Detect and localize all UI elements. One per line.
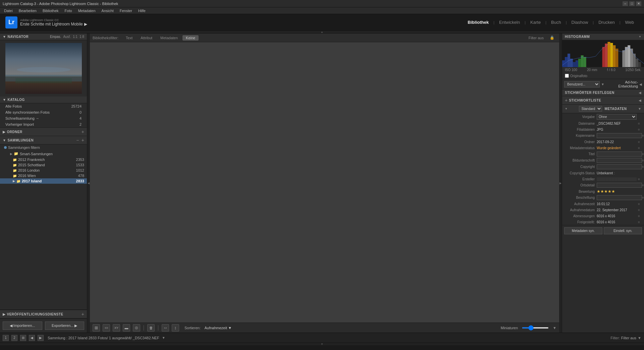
- folders-add-button[interactable]: +: [82, 129, 84, 134]
- zoom-1to1[interactable]: 1:1: [73, 35, 77, 39]
- meta-titel-icon[interactable]: ≡: [642, 152, 644, 156]
- zoom-1to8[interactable]: 1:8: [79, 35, 84, 39]
- meta-kopienname-icon[interactable]: ≡: [642, 134, 644, 137]
- module-entwickeln[interactable]: Entwickeln: [494, 18, 525, 26]
- menu-bearbeiten[interactable]: Bearbeiten: [16, 8, 39, 13]
- top-collapse-handle[interactable]: ▲: [0, 31, 644, 34]
- rotate-button[interactable]: ↔: [162, 324, 169, 332]
- miniature-size-slider[interactable]: [522, 327, 549, 329]
- film-page2[interactable]: 2: [11, 335, 17, 341]
- collections-filter-item[interactable]: Sammlungen filtern: [0, 144, 87, 151]
- filter-keine-button[interactable]: Keine: [182, 35, 199, 41]
- metadaten-syn-button[interactable]: Metadaten syn.: [564, 227, 602, 234]
- catalog-alle-fotos[interactable]: Alle Fotos 25724: [0, 103, 87, 109]
- film-filter-value[interactable]: Filter aus: [621, 336, 636, 340]
- meta-ortsdetail-icon[interactable]: ≡: [642, 183, 644, 187]
- maximize-button[interactable]: □: [629, 1, 635, 6]
- meta-beschriftung-input[interactable]: [597, 195, 642, 200]
- module-bibliothek[interactable]: Bibliothek: [463, 18, 493, 26]
- film-page1[interactable]: 1: [3, 335, 9, 341]
- film-info-arrow[interactable]: ▼: [162, 336, 165, 340]
- meta-ortsdetail-input[interactable]: [597, 183, 642, 188]
- meta-aufnahmedatum-icon[interactable]: ≡: [637, 208, 641, 212]
- rotate2-button[interactable]: ↕: [172, 324, 179, 332]
- module-web[interactable]: Web: [621, 18, 639, 26]
- filter-text-button[interactable]: Text: [122, 35, 136, 41]
- catalog-header[interactable]: ▼ Katalog: [0, 97, 87, 103]
- zoom-ausf[interactable]: Ausf.: [63, 35, 71, 39]
- miniatures-arrow[interactable]: ▼: [553, 326, 556, 330]
- sort-value[interactable]: Aufnahmezeit ▼: [205, 326, 232, 330]
- film-filter-arrow[interactable]: ▼: [638, 336, 641, 340]
- meta-dateiname-icon[interactable]: ≡: [637, 122, 641, 125]
- bottom-collapse-handle[interactable]: ▼: [0, 343, 644, 345]
- module-buch[interactable]: Buch: [546, 18, 566, 26]
- catalog-alle-sync[interactable]: Alle synchronisierten Fotos 0: [0, 109, 87, 115]
- meta-kopienname-input[interactable]: [597, 133, 642, 138]
- collections-header[interactable]: ▼ Sammlungen – +: [0, 136, 87, 144]
- collection-frankreich[interactable]: 📁 2012 Frankreich 2353: [0, 157, 87, 162]
- zoom-einpas[interactable]: Einpas.: [50, 35, 61, 39]
- meta-copyright-input[interactable]: [597, 164, 642, 169]
- menu-fenster[interactable]: Fenster: [117, 8, 135, 13]
- histogram-header[interactable]: Histogramm ▼: [562, 34, 644, 40]
- einstell-syn-button[interactable]: Einstell. syn.: [604, 227, 642, 234]
- menu-foto[interactable]: Foto: [62, 8, 75, 13]
- catalog-schnellsammlung[interactable]: Schnellsammlung → 4: [0, 115, 87, 121]
- meta-filialdateien-icon[interactable]: ≡: [637, 128, 641, 131]
- meta-titel-input[interactable]: [597, 152, 642, 157]
- publish-add-button[interactable]: +: [82, 311, 84, 317]
- meta-ordner-icon[interactable]: ≡: [637, 140, 641, 144]
- view-survey-button[interactable]: ▬: [123, 324, 130, 332]
- right-panel-collapse-handle[interactable]: ▶: [559, 34, 562, 333]
- meta-bewertung-stars[interactable]: ★★★★★: [597, 189, 615, 194]
- originalfoto-checkbox[interactable]: [565, 74, 569, 78]
- meta-vorgabe-select[interactable]: Ohne: [597, 114, 637, 120]
- export-button[interactable]: Exportieren... ▶: [45, 322, 85, 330]
- photo-grid-area[interactable]: [90, 42, 559, 323]
- meta-metadatenstatus-icon[interactable]: ≡: [637, 146, 641, 150]
- meta-copyright-icon[interactable]: ≡: [642, 165, 644, 169]
- sync-icon[interactable]: ▶: [84, 22, 87, 26]
- view-people-button[interactable]: ◎: [133, 324, 140, 332]
- close-button[interactable]: ✕: [636, 1, 641, 6]
- metadata-header[interactable]: ▼ Standard Metadaten ▼: [562, 105, 644, 113]
- import-button[interactable]: ◀ Importieren...: [3, 322, 42, 330]
- film-prev-button[interactable]: ◀: [29, 335, 35, 341]
- minimize-button[interactable]: –: [623, 1, 628, 6]
- meta-aufnahmezeit-icon[interactable]: ≡: [637, 202, 641, 206]
- catalog-vorheriger-import[interactable]: Vorheriger Import 2: [0, 121, 87, 127]
- menu-bibliothek[interactable]: Bibliothek: [40, 8, 61, 13]
- view-loupe-button[interactable]: ▭: [103, 324, 110, 332]
- collections-add-button[interactable]: +: [82, 137, 84, 143]
- collection-london[interactable]: 📁 2016 London 1012: [0, 168, 87, 173]
- module-diashow[interactable]: Diashow: [567, 18, 593, 26]
- meta-beschriftung-icon[interactable]: ≡: [642, 196, 644, 199]
- folders-header[interactable]: ▶ Ordner +: [0, 127, 87, 136]
- menu-ansicht[interactable]: Ansicht: [99, 8, 116, 13]
- publish-services-header[interactable]: ▶ Veröffentlichungsdienste +: [0, 310, 87, 318]
- navigator-header[interactable]: ▼ Navigator Einpas. Ausf. 1:1 1:8: [0, 34, 87, 40]
- meta-abmessungen-icon[interactable]: ≡: [637, 214, 641, 218]
- delete-button[interactable]: 🗑: [147, 324, 155, 332]
- meta-bildunterschrift-icon[interactable]: ≡: [642, 159, 644, 162]
- menu-hilfe[interactable]: Hilfe: [136, 8, 148, 13]
- module-karte[interactable]: Karte: [526, 18, 545, 26]
- stichwortliste-add-icon[interactable]: +: [565, 98, 568, 103]
- metadata-standard-select[interactable]: Standard: [579, 106, 602, 112]
- develop-preset-select[interactable]: Benutzerd...: [564, 81, 600, 88]
- meta-bildunterschrift-input[interactable]: [597, 158, 642, 163]
- collection-wien[interactable]: 📁 2016 Wien 478: [0, 173, 87, 178]
- filter-attribut-button[interactable]: Attribut: [137, 35, 156, 41]
- film-grid-button[interactable]: ⊞: [20, 335, 26, 341]
- menu-datei[interactable]: Datei: [1, 8, 15, 13]
- filter-lock-icon[interactable]: 🔒: [548, 35, 556, 41]
- filter-metadaten-button[interactable]: Metadaten: [157, 35, 181, 41]
- meta-freigestellt-icon[interactable]: ≡: [637, 220, 641, 224]
- filter-off-label[interactable]: Filter aus: [526, 35, 546, 41]
- view-compare-button[interactable]: XY: [113, 324, 120, 332]
- view-grid-button[interactable]: ⊞: [93, 324, 100, 332]
- collection-schottland[interactable]: 📁 2015 Schottland 1533: [0, 162, 87, 168]
- left-panel-collapse-handle[interactable]: ◀: [87, 34, 90, 333]
- film-next-button[interactable]: ▶: [38, 335, 44, 341]
